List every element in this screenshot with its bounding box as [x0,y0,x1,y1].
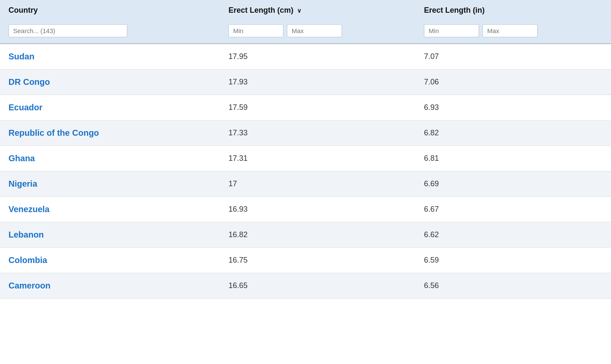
country-cell: Ecuador [0,95,220,120]
erect-cm-cell: 16.75 [220,248,415,273]
country-cell: Colombia [0,248,220,273]
country-cell: Ghana [0,146,220,171]
table-row: Lebanon16.826.62 [0,222,611,248]
country-link[interactable]: Ghana [8,154,35,163]
country-link[interactable]: Cameroon [8,281,50,290]
table-row: Ecuador17.596.93 [0,95,611,120]
table-row: Venezuela16.936.67 [0,197,611,222]
in-max-input[interactable] [482,24,538,37]
erect-in-cell: 6.56 [415,273,611,299]
table-row: Ghana17.316.81 [0,146,611,171]
erect-cm-cell: 16.93 [220,197,415,222]
table-row: Republic of the Congo17.336.82 [0,120,611,146]
cm-max-input[interactable] [287,24,342,37]
erect-in-cell: 6.62 [415,222,611,248]
country-link[interactable]: Sudan [8,52,34,61]
in-filter-cell [415,21,611,43]
erect-in-cell: 6.82 [415,120,611,146]
country-cell: Venezuela [0,197,220,222]
erect-in-column-header: Erect Length (in) [415,0,611,21]
country-cell: DR Congo [0,70,220,95]
erect-cm-cell: 16.82 [220,222,415,248]
country-link[interactable]: Republic of the Congo [8,128,99,137]
table-row: Sudan17.957.07 [0,44,611,70]
country-link[interactable]: Lebanon [8,230,44,239]
cm-min-input[interactable] [228,24,283,37]
erect-in-cell: 6.69 [415,171,611,197]
country-cell: Lebanon [0,222,220,248]
country-link[interactable]: Nigeria [8,179,37,188]
erect-cm-cell: 17.31 [220,146,415,171]
country-link[interactable]: Venezuela [8,204,50,214]
erect-in-cell: 7.07 [415,44,611,70]
sort-desc-icon: ∨ [297,7,301,14]
country-link[interactable]: DR Congo [8,77,50,87]
erect-cm-cell: 17.33 [220,120,415,146]
erect-in-cell: 7.06 [415,70,611,95]
erect-cm-column-header[interactable]: Erect Length (cm) ∨ [220,0,415,21]
country-cell: Republic of the Congo [0,120,220,146]
country-column-header: Country [0,0,220,21]
filter-row [0,21,611,43]
country-cell: Sudan [0,44,220,70]
table-row: Colombia16.756.59 [0,248,611,273]
header-row: Country Erect Length (cm) ∨ Erect Length… [0,0,611,21]
table-row: Cameroon16.656.56 [0,273,611,299]
table-body: Sudan17.957.07DR Congo17.937.06Ecuador17… [0,44,611,299]
table-row: Nigeria176.69 [0,171,611,197]
cm-filter-cell [220,21,415,43]
erect-cm-cell: 17.59 [220,95,415,120]
in-min-input[interactable] [424,24,479,37]
erect-in-cell: 6.93 [415,95,611,120]
country-cell: Nigeria [0,171,220,197]
country-link[interactable]: Colombia [8,255,47,265]
erect-cm-cell: 17.93 [220,70,415,95]
erect-cm-cell: 17 [220,171,415,197]
erect-cm-cell: 17.95 [220,44,415,70]
country-cell: Cameroon [0,273,220,299]
erect-in-cell: 6.67 [415,197,611,222]
table-row: DR Congo17.937.06 [0,70,611,95]
data-table: Country Erect Length (cm) ∨ Erect Length… [0,0,611,299]
erect-in-cell: 6.81 [415,146,611,171]
table-container: Country Erect Length (cm) ∨ Erect Length… [0,0,611,364]
erect-in-cell: 6.59 [415,248,611,273]
country-link[interactable]: Ecuador [8,103,42,112]
search-input[interactable] [8,24,127,37]
erect-cm-cell: 16.65 [220,273,415,299]
search-cell [0,21,220,43]
